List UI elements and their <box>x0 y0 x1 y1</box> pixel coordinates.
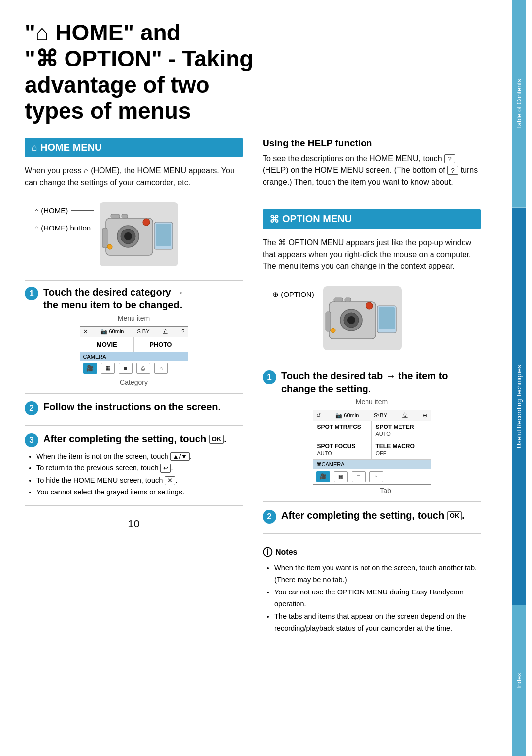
option-step2-block: 2 After completing the setting, touch OK… <box>263 509 481 534</box>
ok-button-inline: OK <box>209 435 224 444</box>
side-tabs: Table of Contents Useful Recording Techn… <box>505 0 532 756</box>
option-ok-btn: OK <box>447 511 462 520</box>
back-btn: ↩ <box>160 464 171 473</box>
step2-number: 2 <box>25 401 38 415</box>
notes-section: ⓘ Notes When the item you want is not on… <box>263 546 481 635</box>
notes-icon: ⓘ <box>263 546 272 559</box>
svg-point-3 <box>124 232 132 240</box>
option-menu-item-label: Menu item <box>263 398 481 406</box>
svg-point-9 <box>107 244 112 249</box>
home-menu-section-header: ⌂ HOME MENU <box>25 138 243 157</box>
home-step2-block: 2 Follow the instructions on the screen. <box>25 400 243 426</box>
svg-rect-5 <box>156 224 171 246</box>
note2: You cannot use the OPTION MENU during Ea… <box>274 586 481 610</box>
home-menu-screen: ✕ 📷 60min S BY 立 ? MOVIE PHOTO CAMERA <box>80 326 188 376</box>
notes-title: Notes <box>275 548 297 557</box>
up-down-btn: ▲/▼ <box>170 452 190 461</box>
option-label: ⊕ (OPTION) <box>272 290 317 299</box>
svg-point-10 <box>143 219 150 226</box>
option-step1-block: 1 Touch the desired tab → the item to ch… <box>263 369 481 502</box>
option-step2-header: 2 After completing the setting, touch OK… <box>263 509 481 524</box>
option-step1-number: 1 <box>263 370 276 384</box>
svg-rect-17 <box>326 312 331 331</box>
bullet3: To hide the HOME MENU screen, touch ✕. <box>36 474 243 487</box>
option-camcorder-image <box>323 286 402 350</box>
svg-point-14 <box>347 316 355 324</box>
close-btn: ✕ <box>165 476 175 485</box>
tab-useful-recording[interactable]: Useful Recording Techniques <box>512 208 526 605</box>
svg-rect-8 <box>122 214 128 218</box>
notes-header: ⓘ Notes <box>263 546 481 559</box>
spot-focus-cell: SPOT FOCUSAUTO <box>313 440 372 460</box>
option-menu-screen: ↺ 📷 60min SᵉBY 立 ⊖ SPOT MTR/FCS SPOT MET… <box>313 410 431 485</box>
notes-list: When the item you want is not on the scr… <box>263 562 481 635</box>
option-step2-text: After completing the setting, touch OK. <box>281 509 465 522</box>
option-menu-section-header: ⌘ OPTION MENU <box>263 209 481 229</box>
menu-item-label-text: Menu item <box>25 314 243 322</box>
home-label: ⌂ (HOME) <box>34 206 94 215</box>
tele-macro-cell: TELE MACROOFF <box>372 440 431 460</box>
svg-rect-18 <box>334 298 343 302</box>
help-title: Using the HELP function <box>263 138 481 149</box>
home-button-label: ⌂ (HOME) button <box>34 224 94 232</box>
help-section: Using the HELP function To see the descr… <box>263 138 481 202</box>
home-camcorder-diagram: ⌂ (HOME) ⌂ (HOME) button <box>34 202 243 266</box>
option-step2-number: 2 <box>263 510 276 524</box>
home-section-label: HOME MENU <box>40 142 101 153</box>
svg-rect-19 <box>345 298 351 302</box>
bullet1: When the item is not on the screen, touc… <box>36 450 243 462</box>
spot-mtr-fcs-cell: SPOT MTR/FCS <box>313 421 372 440</box>
home-step2-header: 2 Follow the instructions on the screen. <box>25 400 243 415</box>
spot-meter-cell: SPOT METERAUTO <box>372 421 431 440</box>
home-step3-text: After completing the setting, touch OK. <box>43 432 227 445</box>
home-menu-intro: When you press ⌂ (HOME), the HOME MENU a… <box>25 165 243 189</box>
tab-index[interactable]: Index <box>512 605 526 756</box>
option-icon: ⌘ <box>269 213 279 225</box>
svg-rect-16 <box>379 307 395 329</box>
home-icon: ⌂ <box>32 142 37 153</box>
page-title: "⌂ HOME" and "⌘ OPTION" - Taking advanta… <box>25 20 481 124</box>
bullet2: To return to the previous screen, touch … <box>36 462 243 474</box>
step1-number: 1 <box>25 287 38 300</box>
category-label: Category <box>25 378 243 386</box>
home-camcorder-image <box>100 202 178 266</box>
option-section-label: OPTION MENU <box>282 213 352 225</box>
help-btn-inline2: ? <box>447 166 458 175</box>
home-step1-text: Touch the desired category →the menu ite… <box>43 286 184 311</box>
help-btn-inline: ? <box>444 154 455 163</box>
home-step3-block: 3 After completing the setting, touch OK… <box>25 432 243 506</box>
note1: When the item you want is not on the scr… <box>274 562 481 586</box>
step3-number: 3 <box>25 433 38 447</box>
tab-label: Tab <box>290 487 481 494</box>
option-camcorder-diagram: ⊕ (OPTION) <box>272 286 481 350</box>
option-menu-intro: The ⌘ OPTION MENU appears just like the … <box>263 237 481 272</box>
home-step1-block: 1 Touch the desired category →the menu i… <box>25 286 243 394</box>
svg-point-21 <box>366 302 373 309</box>
svg-rect-6 <box>102 228 107 248</box>
option-step1-text: Touch the desired tab → the item to chan… <box>281 369 481 395</box>
bullet4: You cannot select the grayed items or se… <box>36 486 243 498</box>
svg-point-20 <box>331 328 335 333</box>
option-step1-header: 1 Touch the desired tab → the item to ch… <box>263 369 481 395</box>
note3: The tabs and items that appear on the sc… <box>274 610 481 634</box>
page-number: 10 <box>25 518 243 530</box>
home-step3-header: 3 After completing the setting, touch OK… <box>25 432 243 447</box>
svg-rect-7 <box>111 214 120 218</box>
help-body: To see the descriptions on the HOME MENU… <box>263 153 481 188</box>
home-step2-text: Follow the instructions on the screen. <box>43 400 221 413</box>
tab-table-of-contents[interactable]: Table of Contents <box>512 0 526 208</box>
step3-bullets: When the item is not on the screen, touc… <box>25 450 243 499</box>
home-step1-header: 1 Touch the desired category →the menu i… <box>25 286 243 311</box>
